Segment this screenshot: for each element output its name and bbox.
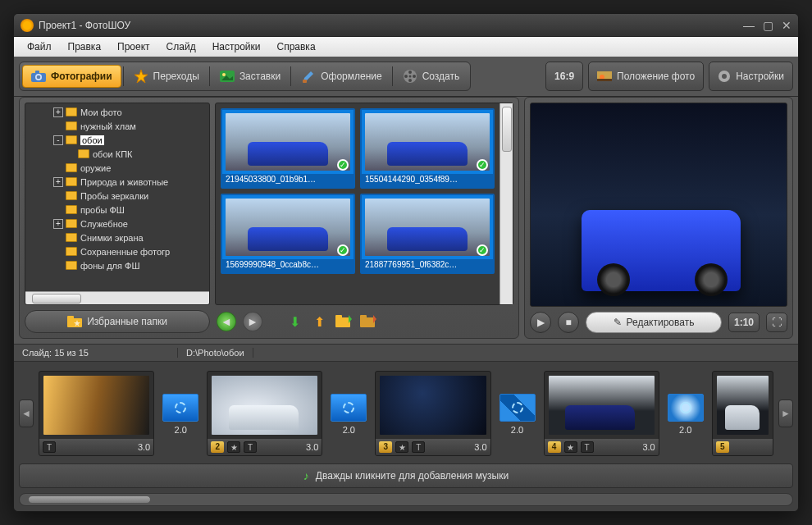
slide-thumbnail (43, 376, 149, 435)
tab-photos[interactable]: Фотографии (22, 65, 121, 88)
thumbnail-item[interactable]: ✓15699990948_0ccab8c… (221, 194, 355, 274)
camera-icon (31, 69, 46, 84)
timeline-track[interactable]: T3.02.02★T3.02.03★T3.02.04★T3.02.05 (39, 371, 773, 456)
timeline-slide[interactable]: T3.0 (39, 371, 154, 456)
timeline-slide[interactable]: 3★T3.0 (375, 371, 490, 456)
settings-label: Настройки (736, 71, 784, 82)
sunset-icon (597, 71, 612, 81)
folder-icon (66, 121, 77, 130)
thumbnail-filename: 21887769951_0f6382c… (362, 259, 493, 272)
music-track[interactable]: ♪ Дважды кликните для добавления музыки (19, 463, 793, 488)
tab-design-label: Оформление (321, 71, 381, 82)
thumbnail-item[interactable]: ✓15504144290_0354f89… (360, 108, 495, 189)
add-folder-button[interactable] (335, 313, 353, 331)
timeline-scroll-left-button[interactable]: ◄ (19, 399, 34, 427)
slide-chip[interactable]: T (412, 441, 425, 453)
photo-position-button[interactable]: Положение фото (588, 62, 704, 91)
slide-number: 5 (716, 441, 729, 453)
timeline-slide[interactable]: 4★T3.0 (544, 371, 659, 456)
timeline-slide[interactable]: 2★T3.0 (207, 371, 322, 456)
play-button[interactable]: ▶ (530, 312, 551, 333)
slide-number: 2 (211, 441, 224, 453)
app-window: Проект1 - ФотоШОУ — ▢ ✕ Файл Правка Прое… (13, 13, 799, 512)
tree-expander-icon[interactable]: + (53, 177, 63, 187)
menu-slide[interactable]: Слайд (160, 39, 203, 54)
timeline-transition[interactable]: 2.0 (500, 381, 536, 446)
tree-item[interactable]: +Природа и животные (25, 175, 209, 189)
maximize-button[interactable]: ▢ (763, 19, 773, 32)
stop-button[interactable]: ■ (558, 312, 579, 333)
tree-item[interactable]: Сохраненные фотогр (25, 244, 209, 258)
titlebar: Проект1 - ФотоШОУ — ▢ ✕ (14, 14, 798, 37)
thumbnail-image (365, 199, 490, 256)
timeline-slide[interactable]: 5 (712, 371, 773, 456)
aspect-ratio-button[interactable]: 16:9 (545, 62, 583, 91)
tree-hscrollbar[interactable] (25, 291, 209, 304)
slide-chip[interactable]: T (581, 441, 594, 453)
menu-file[interactable]: Файл (21, 39, 58, 54)
play-icon: ▶ (537, 317, 545, 328)
folder-icon (66, 205, 77, 214)
slide-chip[interactable]: ★ (227, 441, 240, 453)
tree-item[interactable]: Снимки экрана (25, 231, 209, 244)
thumbnail-item[interactable]: ✓21945033800_01b9b1… (221, 108, 355, 189)
preview-viewport[interactable] (530, 103, 787, 307)
tab-transitions[interactable]: Переходы (125, 65, 208, 88)
tree-item[interactable]: +Мои фото (25, 105, 209, 119)
brush-icon (301, 69, 316, 84)
tree-item[interactable]: Пробы зеркалки (25, 189, 209, 203)
folder-icon (66, 135, 77, 144)
slide-chip[interactable]: ★ (564, 441, 577, 453)
tree-item-label: Природа и животные (80, 177, 168, 187)
tree-item[interactable]: -обои (25, 133, 209, 147)
favorite-folders-button[interactable]: Избранные папки (25, 310, 210, 333)
timeline-transition[interactable]: 2.0 (668, 381, 704, 446)
add-to-timeline-button[interactable]: ⬇ (285, 313, 303, 331)
tree-item[interactable]: пробы ФШ (25, 203, 209, 217)
edit-slide-button[interactable]: ✎ Редактировать (586, 312, 722, 333)
tree-item[interactable]: фоны для ФШ (25, 258, 209, 272)
close-button[interactable]: ✕ (782, 19, 791, 32)
thumbnail-item[interactable]: ✓21887769951_0f6382c… (360, 194, 495, 274)
tree-item[interactable]: оружие (25, 161, 209, 175)
svg-point-15 (408, 75, 411, 78)
timeline-scroll-right-button[interactable]: ► (778, 399, 793, 427)
tree-item[interactable]: обои КПК (25, 147, 209, 161)
fullscreen-button[interactable]: ⛶ (766, 313, 787, 332)
folder-tree[interactable]: +Мои фотонужный хлам-обоиобои КПКоружие+… (25, 103, 210, 305)
tree-item[interactable]: нужный хлам (25, 119, 209, 133)
timeline-transition[interactable]: 2.0 (331, 381, 367, 446)
tree-expander-icon[interactable]: - (53, 135, 63, 145)
tab-titles[interactable]: Заставки (212, 65, 289, 88)
tree-item[interactable]: +Служебное (25, 217, 209, 231)
tree-expander-icon[interactable]: + (53, 219, 63, 229)
timeline-transition[interactable]: 2.0 (162, 381, 198, 446)
slide-chip[interactable]: ★ (395, 441, 408, 453)
photo-position-label: Положение фото (617, 71, 695, 82)
remove-from-timeline-button[interactable]: ⬆ (310, 313, 328, 331)
tree-item-label: оружие (80, 163, 111, 173)
tab-create[interactable]: Создать (395, 65, 468, 88)
app-logo-icon (21, 19, 34, 32)
tab-design[interactable]: Оформление (293, 65, 390, 88)
menu-settings[interactable]: Настройки (206, 39, 267, 54)
menu-project[interactable]: Проект (111, 39, 157, 54)
menu-help[interactable]: Справка (270, 39, 322, 54)
thumbs-vscrollbar[interactable] (500, 103, 513, 304)
menu-edit[interactable]: Правка (62, 39, 108, 54)
settings-button[interactable]: Настройки (709, 62, 793, 91)
music-note-icon: ♪ (303, 469, 309, 482)
nav-forward-button[interactable]: ► (243, 312, 262, 331)
tree-expander-icon[interactable]: + (53, 107, 63, 117)
minimize-button[interactable]: — (743, 19, 755, 32)
svg-rect-18 (597, 79, 612, 81)
slide-chip[interactable]: T (244, 441, 257, 453)
edit-label: Редактировать (627, 317, 695, 328)
checkmark-icon: ✓ (337, 244, 349, 256)
nav-back-button[interactable]: ◄ (217, 312, 236, 331)
remove-folder-button[interactable] (359, 313, 377, 331)
slide-chip[interactable]: T (43, 441, 56, 453)
svg-rect-3 (35, 71, 39, 74)
timeline-panel: ◄ T3.02.02★T3.02.03★T3.02.04★T3.02.05 ► … (14, 362, 798, 511)
timeline-hscrollbar[interactable] (19, 493, 793, 506)
